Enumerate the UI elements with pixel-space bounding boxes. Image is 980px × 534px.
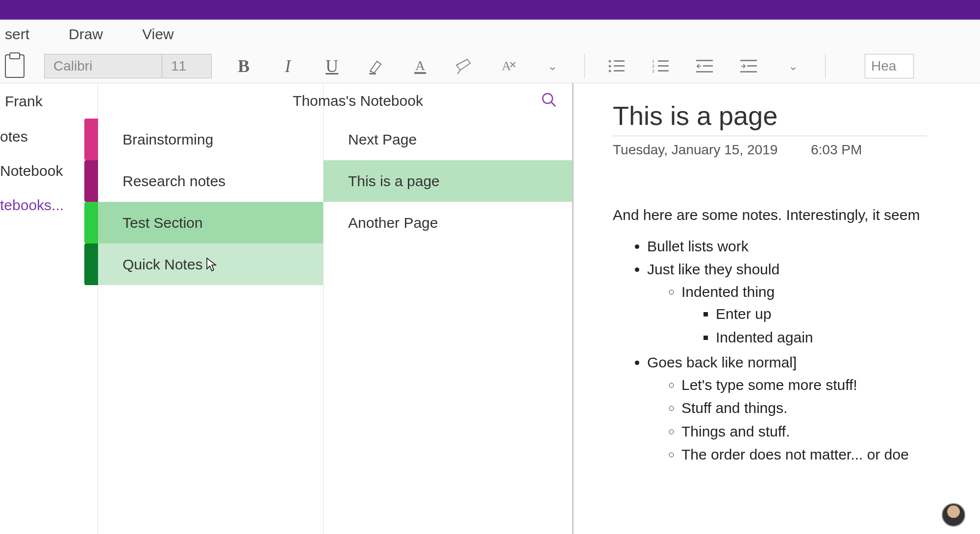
page-date: Tuesday, January 15, 2019 bbox=[613, 142, 778, 157]
svg-text:3: 3 bbox=[652, 69, 654, 73]
svg-rect-16 bbox=[696, 60, 713, 61]
formatting-toolbar: Calibri 11 B I U A A ⌄ 123 ⌄ Hea bbox=[0, 49, 980, 83]
avatar[interactable] bbox=[942, 503, 965, 527]
sections-panel: BrainstormingResearch notesTest SectionQ… bbox=[98, 83, 324, 534]
numbered-list-button[interactable]: 123 bbox=[649, 54, 673, 78]
list-item[interactable]: Indented again bbox=[716, 326, 980, 349]
more-formatting-dropdown[interactable]: ⌄ bbox=[540, 54, 565, 78]
svg-text:2: 2 bbox=[652, 64, 654, 69]
page-item-1[interactable]: This is a page bbox=[324, 160, 572, 202]
notebooks-panel: Frank otes Notebook tebooks... bbox=[0, 83, 98, 534]
section-item-1[interactable]: Research notes bbox=[98, 160, 323, 202]
svg-rect-19 bbox=[740, 60, 757, 61]
body-paragraph[interactable]: And here are some notes. Interestingly, … bbox=[613, 204, 980, 226]
section-item-0[interactable]: Brainstorming bbox=[98, 119, 323, 160]
svg-rect-13 bbox=[658, 65, 669, 67]
svg-point-8 bbox=[609, 70, 611, 72]
more-notebooks-link[interactable]: tebooks... bbox=[0, 188, 98, 222]
search-icon[interactable] bbox=[541, 92, 557, 110]
list-item[interactable]: Goes back like normal] Let's type some m… bbox=[647, 351, 980, 467]
list-item[interactable]: Stuff and things. bbox=[681, 396, 980, 420]
ribbon-tabs: sert Draw View bbox=[0, 20, 980, 49]
svg-rect-18 bbox=[696, 71, 713, 73]
svg-point-22 bbox=[543, 94, 553, 103]
notebook-item-label: otes bbox=[0, 128, 28, 145]
highlight-button[interactable] bbox=[364, 54, 388, 78]
decrease-indent-button[interactable] bbox=[693, 54, 717, 78]
svg-point-6 bbox=[609, 65, 611, 67]
italic-button[interactable]: I bbox=[276, 54, 300, 78]
notebook-item-label: Notebook bbox=[0, 163, 63, 179]
pages-header: Thomas's Notebook bbox=[324, 83, 572, 119]
font-size-input[interactable]: 11 bbox=[162, 54, 211, 78]
list-item[interactable]: The order does not matter... or doe bbox=[681, 443, 980, 466]
ribbon-tab-view[interactable]: View bbox=[137, 26, 178, 43]
list-item[interactable]: Indented thing Enter up Indented again bbox=[681, 280, 980, 350]
section-label: Test Section bbox=[123, 215, 202, 231]
list-item[interactable]: Things and stuff. bbox=[681, 420, 980, 443]
window-titlebar bbox=[0, 0, 980, 20]
page-time: 6:03 PM bbox=[811, 142, 862, 157]
svg-rect-7 bbox=[614, 65, 625, 67]
pages-panel: Thomas's Notebook Next PageThis is a pag… bbox=[324, 83, 574, 534]
ribbon-tab-draw[interactable]: Draw bbox=[64, 26, 108, 43]
section-color-tab bbox=[84, 243, 98, 285]
page-body[interactable]: And here are some notes. Interestingly, … bbox=[613, 204, 980, 467]
format-painter-button[interactable] bbox=[452, 54, 477, 78]
ribbon-tab-insert[interactable]: sert bbox=[0, 26, 34, 43]
font-color-button[interactable]: A bbox=[408, 54, 432, 78]
svg-rect-17 bbox=[703, 65, 713, 67]
section-label: Quick Notes bbox=[123, 256, 202, 273]
svg-rect-20 bbox=[747, 65, 757, 67]
notebook-item-1[interactable]: Notebook bbox=[0, 154, 98, 188]
bullet-list-button[interactable] bbox=[604, 54, 629, 78]
increase-indent-button[interactable] bbox=[737, 54, 761, 78]
svg-rect-9 bbox=[614, 70, 625, 72]
toolbar-separator bbox=[584, 54, 585, 78]
list-item[interactable]: Let's type some more stuff! bbox=[681, 373, 980, 397]
section-color-tab bbox=[84, 160, 98, 202]
page-meta: Tuesday, January 15, 2019 6:03 PM bbox=[613, 142, 980, 158]
underline-button[interactable]: U bbox=[320, 54, 344, 78]
section-item-2[interactable]: Test Section bbox=[98, 202, 323, 243]
svg-rect-0 bbox=[369, 73, 376, 74]
svg-text:A: A bbox=[502, 59, 511, 73]
svg-point-4 bbox=[609, 60, 611, 62]
paragraph-dropdown[interactable]: ⌄ bbox=[781, 54, 805, 78]
list-item[interactable]: Just like they should Indented thing Ent… bbox=[647, 258, 980, 351]
heading-style-input[interactable]: Hea bbox=[865, 54, 914, 78]
svg-rect-5 bbox=[614, 60, 625, 62]
svg-rect-11 bbox=[658, 60, 669, 62]
clear-formatting-button[interactable]: A bbox=[496, 54, 521, 78]
section-label: Research notes bbox=[123, 173, 226, 190]
page-item-0[interactable]: Next Page bbox=[324, 119, 572, 160]
section-color-tab bbox=[84, 119, 98, 160]
page-content[interactable]: This is a page Tuesday, January 15, 2019… bbox=[574, 83, 980, 534]
section-label: Brainstorming bbox=[123, 131, 213, 148]
font-group: Calibri 11 bbox=[44, 54, 212, 78]
notebook-owner: Frank bbox=[0, 83, 98, 120]
section-color-tab bbox=[84, 202, 98, 243]
list-item[interactable]: Bullet lists work bbox=[647, 235, 980, 258]
svg-text:A: A bbox=[415, 58, 426, 73]
svg-rect-2 bbox=[414, 72, 426, 74]
section-item-3[interactable]: Quick Notes bbox=[98, 243, 323, 285]
notebook-title: Thomas's Notebook bbox=[260, 93, 456, 109]
list-item[interactable]: Enter up bbox=[716, 302, 980, 326]
svg-rect-21 bbox=[740, 71, 757, 73]
svg-text:1: 1 bbox=[652, 59, 654, 64]
title-underline bbox=[613, 136, 927, 136]
svg-line-23 bbox=[552, 102, 555, 106]
font-name-input[interactable]: Calibri bbox=[45, 54, 162, 78]
main-area: Frank otes Notebook tebooks... Brainstor… bbox=[0, 83, 980, 534]
toolbar-separator-2 bbox=[825, 54, 826, 78]
page-item-2[interactable]: Another Page bbox=[324, 202, 572, 243]
bold-button[interactable]: B bbox=[231, 54, 256, 78]
page-title[interactable]: This is a page bbox=[613, 100, 980, 131]
notebook-item-0[interactable]: otes bbox=[0, 120, 98, 154]
clipboard-icon[interactable] bbox=[5, 54, 25, 78]
svg-rect-15 bbox=[658, 70, 669, 72]
